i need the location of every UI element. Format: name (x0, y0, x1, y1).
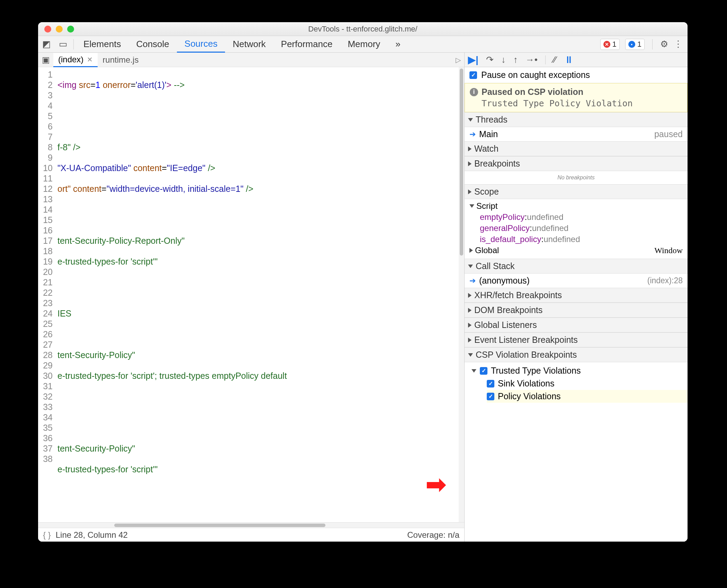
show-navigator-icon[interactable]: ▣ (38, 55, 53, 65)
settings-icon[interactable]: ⚙ (660, 39, 668, 50)
tab-network[interactable]: Network (225, 36, 273, 52)
resume-icon[interactable]: ▶| (468, 54, 478, 65)
xhr-breakpoints-header[interactable]: XHR/fetch Breakpoints (465, 288, 688, 303)
step-into-icon[interactable]: ↓ (501, 54, 506, 65)
csp-policy-violations[interactable]: ✓ Policy Violations (487, 390, 688, 403)
csp-violation-breakpoints-header[interactable]: CSP Violation Breakpoints (465, 347, 688, 362)
file-tabs: ▣ (index) ✕ runtime.js ▷ (38, 53, 464, 67)
policy-violations-checkbox[interactable]: ✓ (487, 393, 494, 400)
file-tab-runtime[interactable]: runtime.js (98, 53, 143, 67)
window-titlebar: DevTools - tt-enforced.glitch.me/ (38, 22, 688, 36)
tab-console[interactable]: Console (128, 36, 177, 52)
tab-elements[interactable]: Elements (76, 36, 128, 52)
device-toolbar-icon[interactable]: ▭ (55, 39, 71, 50)
inspect-element-icon[interactable]: ◩ (38, 39, 55, 50)
pretty-print-icon[interactable]: { } (43, 530, 51, 540)
horizontal-scrollbar[interactable] (38, 522, 464, 528)
scope-header[interactable]: Scope (465, 184, 688, 199)
minimize-window-button[interactable] (56, 26, 63, 33)
tab-performance[interactable]: Performance (273, 36, 340, 52)
step-over-icon[interactable]: ↷ (486, 54, 494, 65)
stack-frame-anonymous[interactable]: ➔ (anonymous) (index):28 (465, 274, 688, 288)
code-editor[interactable]: <img src=1 onerror='alert(1)'> --> f-8" … (55, 67, 459, 522)
debugger-sidebar: ▶| ↷ ↓ ↑ →• ⁄⁄ ⏸ ✓ Pause on caught excep… (464, 53, 688, 542)
deactivate-breakpoints-icon[interactable]: ⁄⁄ (553, 54, 556, 65)
tab-more[interactable]: » (388, 36, 408, 52)
dom-breakpoints-header[interactable]: DOM Breakpoints (465, 303, 688, 318)
toggle-execution-icon[interactable]: ▷ (456, 56, 461, 64)
file-tab-index[interactable]: (index) ✕ (53, 53, 98, 67)
csp-sink-violations[interactable]: ✓ Sink Violations (487, 377, 688, 390)
debugger-toolbar: ▶| ↷ ↓ ↑ →• ⁄⁄ ⏸ (465, 53, 688, 67)
paused-banner: iPaused on CSP violation Trusted Type Po… (465, 83, 688, 112)
threads-header[interactable]: Threads (465, 112, 688, 127)
scope-body: Script emptyPolicy: undefined generalPol… (465, 199, 688, 259)
close-tab-icon[interactable]: ✕ (87, 55, 93, 64)
window-title: DevTools - tt-enforced.glitch.me/ (38, 25, 688, 34)
callstack-header[interactable]: Call Stack (465, 259, 688, 274)
watch-header[interactable]: Watch (465, 141, 688, 156)
current-frame-icon: ➔ (469, 276, 476, 285)
tab-sources[interactable]: Sources (177, 36, 225, 53)
event-listener-breakpoints-header[interactable]: Event Listener Breakpoints (465, 332, 688, 347)
sink-violations-checkbox[interactable]: ✓ (487, 380, 494, 387)
panel-tabs: ◩ ▭ Elements Console Sources Network Per… (38, 36, 688, 53)
pause-on-exceptions-icon[interactable]: ⏸ (564, 54, 574, 65)
step-icon[interactable]: →• (526, 54, 538, 65)
current-thread-icon: ➔ (469, 130, 476, 139)
vertical-scrollbar[interactable] (459, 67, 464, 522)
global-listeners-header[interactable]: Global Listeners (465, 318, 688, 332)
close-window-button[interactable] (44, 26, 51, 33)
statusbar: { } Line 28, Column 42 Coverage: n/a (38, 528, 464, 542)
issues-badge[interactable]: ▪1 (625, 39, 645, 50)
breakpoints-header[interactable]: Breakpoints (465, 156, 688, 171)
cursor-position: Line 28, Column 42 (56, 530, 128, 540)
no-breakpoints-message: No breakpoints (465, 171, 688, 184)
errors-badge[interactable]: ✕1 (600, 39, 620, 50)
more-options-icon[interactable]: ⋮ (674, 39, 683, 50)
coverage-status: Coverage: n/a (407, 530, 459, 540)
line-number-gutter[interactable]: 1234567891011121314151617181920212223242… (38, 67, 55, 522)
pause-on-caught-checkbox[interactable]: ✓ (469, 71, 477, 79)
zoom-window-button[interactable] (67, 26, 74, 33)
csp-trusted-type-violations[interactable]: ✓ Trusted Type Violations (472, 364, 688, 377)
step-out-icon[interactable]: ↑ (513, 54, 518, 65)
tab-memory[interactable]: Memory (340, 36, 388, 52)
pause-on-caught-label: Pause on caught exceptions (481, 70, 590, 80)
trusted-type-violations-checkbox[interactable]: ✓ (480, 367, 487, 375)
thread-main[interactable]: ➔ Main paused (465, 127, 688, 141)
